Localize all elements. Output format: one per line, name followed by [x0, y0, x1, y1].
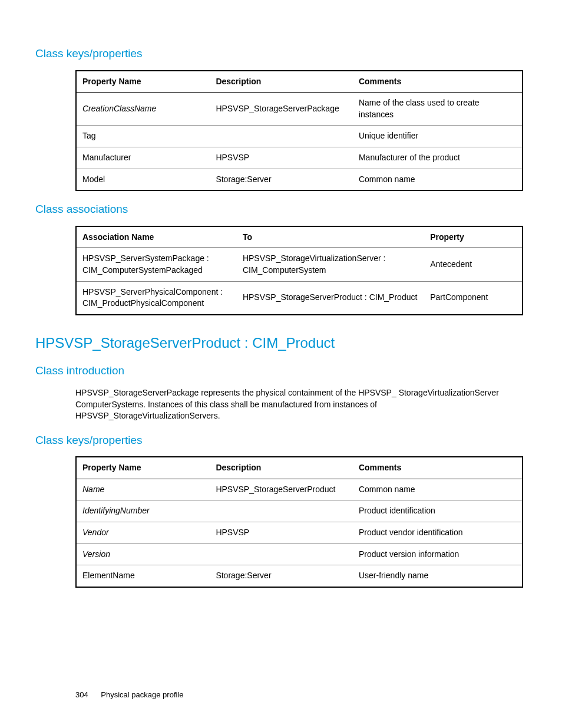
table-cell: IdentifyingNumber: [76, 500, 210, 522]
table-cell: Unique identifier: [353, 126, 523, 147]
table-cell: Tag: [76, 126, 210, 147]
col-header: Comments: [353, 457, 523, 479]
table-cell: Common name: [353, 479, 523, 500]
table-cell: Product vendor identification: [353, 522, 523, 544]
col-header: Description: [210, 457, 353, 479]
table-cell: [210, 126, 353, 147]
heading-product-title: HPSVSP_StorageServerProduct : CIM_Produc…: [35, 333, 527, 353]
table-cell: ElementName: [76, 565, 210, 587]
table-cell: Common name: [353, 169, 523, 190]
col-header: Association Name: [76, 226, 237, 248]
table-cell: Storage:Server: [210, 169, 353, 190]
table-cell: HPSVSP_ServerPhysicalComponent : CIM_Pro…: [76, 281, 237, 315]
intro-text: HPSVSP_StorageServerPackage represents t…: [75, 387, 523, 422]
table-cell: User-friendly name: [353, 565, 523, 587]
table-row: VendorHPSVSPProduct vendor identificatio…: [76, 522, 523, 544]
table-cell: Manufacturer of the product: [353, 147, 523, 169]
table-cell: CreationClassName: [76, 93, 210, 126]
table-cell: Storage:Server: [210, 565, 353, 587]
col-header: Description: [210, 71, 353, 93]
table-cell: HPSVSP_StorageServerProduct: [210, 479, 353, 500]
table-cell: Version: [76, 543, 210, 565]
table-keys-1: Property Name Description Comments Creat…: [75, 70, 523, 192]
col-header: Comments: [353, 71, 523, 93]
table-row: ModelStorage:ServerCommon name: [76, 169, 523, 190]
table-row: HPSVSP_ServerPhysicalComponent : CIM_Pro…: [76, 281, 523, 315]
table-cell: Product identification: [353, 500, 523, 522]
table-cell: [210, 543, 353, 565]
table-keys-2: Property Name Description Comments NameH…: [75, 456, 523, 588]
table-cell: Model: [76, 169, 210, 190]
table-row: CreationClassNameHPSVSP_StorageServerPac…: [76, 93, 523, 126]
col-header: Property Name: [76, 71, 210, 93]
table-cell: HPSVSP: [210, 522, 353, 544]
table-row: TagUnique identifier: [76, 126, 523, 147]
table-cell: Vendor: [76, 522, 210, 544]
table-cell: Antecedent: [424, 248, 523, 281]
table-row: ManufacturerHPSVSPManufacturer of the pr…: [76, 147, 523, 169]
table-cell: HPSVSP_ServerSystemPackage : CIM_Compute…: [76, 248, 237, 281]
heading-class-keys-1: Class keys/properties: [35, 46, 527, 62]
table-row: ElementNameStorage:ServerUser-friendly n…: [76, 565, 523, 587]
heading-class-assoc: Class associations: [35, 202, 527, 218]
table-assoc: Association Name To Property HPSVSP_Serv…: [75, 226, 523, 315]
heading-class-keys-2: Class keys/properties: [35, 433, 527, 449]
table-cell: HPSVSP_StorageServerPackage: [210, 93, 353, 126]
table-row: VersionProduct version information: [76, 543, 523, 565]
table-cell: Manufacturer: [76, 147, 210, 169]
table-row: IdentifyingNumberProduct identification: [76, 500, 523, 522]
table-row: HPSVSP_ServerSystemPackage : CIM_Compute…: [76, 248, 523, 281]
col-header: Property Name: [76, 457, 210, 479]
table-row: NameHPSVSP_StorageServerProductCommon na…: [76, 479, 523, 500]
heading-class-intro: Class introduction: [35, 363, 527, 379]
table-cell: Name of the class used to create instanc…: [353, 93, 523, 126]
col-header: Property: [424, 226, 523, 248]
table-cell: Name: [76, 479, 210, 500]
col-header: To: [237, 226, 424, 248]
table-cell: [210, 500, 353, 522]
table-cell: HPSVSP: [210, 147, 353, 169]
table-cell: Product version information: [353, 543, 523, 565]
table-cell: HPSVSP_StorageServerProduct : CIM_Produc…: [237, 281, 424, 315]
table-cell: PartComponent: [424, 281, 523, 315]
table-cell: HPSVSP_StorageVirtualizationServer : CIM…: [237, 248, 424, 281]
